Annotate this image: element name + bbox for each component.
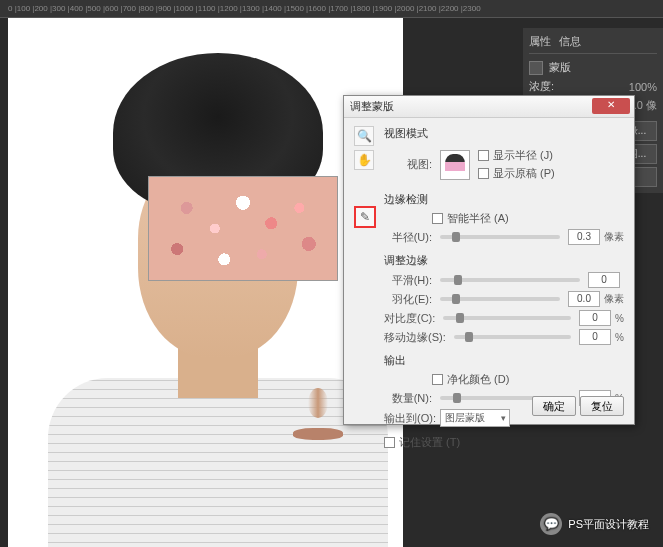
brush-tool-icon[interactable]: ✎: [354, 206, 376, 228]
shift-slider[interactable]: [454, 335, 571, 339]
remember-checkbox[interactable]: [384, 437, 395, 448]
view-mode-label: 视图模式: [384, 126, 624, 141]
smooth-input[interactable]: 0: [588, 272, 620, 288]
watermark-text: PS平面设计教程: [568, 517, 649, 532]
density-label: 浓度:: [529, 79, 554, 94]
dialog-title: 调整蒙版: [350, 99, 394, 114]
ruler-ticks: 0 |100 |200 |300 |400 |500 |600 |700 |80…: [0, 4, 489, 13]
show-radius-checkbox[interactable]: [478, 150, 489, 161]
shift-unit: %: [615, 332, 624, 343]
contrast-input[interactable]: 0: [579, 310, 611, 326]
smooth-slider[interactable]: [440, 278, 580, 282]
contrast-slider[interactable]: [443, 316, 571, 320]
ok-button[interactable]: 确定: [532, 396, 576, 416]
contrast-unit: %: [615, 313, 624, 324]
mosaic-censor: [148, 176, 338, 281]
smart-radius-checkbox[interactable]: [432, 213, 443, 224]
adjust-edge-label: 调整边缘: [384, 253, 624, 268]
workspace: 0 |100 |200 |300 |400 |500 |600 |700 |80…: [0, 0, 663, 547]
watermark: 💬 PS平面设计教程: [540, 513, 649, 535]
close-icon[interactable]: ✕: [592, 98, 630, 114]
refine-mask-dialog: 调整蒙版 ✕ 🔍 ✋ ✎ 视图模式 视图: 显示半径 (J) 显示: [343, 95, 635, 425]
decontaminate-checkbox[interactable]: [432, 374, 443, 385]
smart-radius-label: 智能半径 (A): [447, 211, 509, 226]
feather-label: 羽化(E):: [384, 292, 432, 307]
remember-label: 记住设置 (T): [399, 435, 460, 450]
mask-label: 蒙版: [549, 60, 571, 75]
radius-input[interactable]: 0.3: [568, 229, 600, 245]
shirt: [48, 378, 388, 547]
view-label: 视图:: [384, 157, 432, 172]
feather-input[interactable]: 0.0: [568, 291, 600, 307]
dialog-tools: 🔍 ✋ ✎: [354, 126, 376, 453]
amount-label: 数量(N):: [384, 391, 432, 406]
tab-properties[interactable]: 属性: [529, 34, 551, 49]
radius-label: 半径(U):: [384, 230, 432, 245]
tab-info[interactable]: 信息: [559, 34, 581, 49]
smooth-label: 平滑(H):: [384, 273, 432, 288]
nose: [308, 388, 328, 418]
output-to-label: 输出到(O):: [384, 411, 436, 426]
feather-slider[interactable]: [440, 297, 560, 301]
output-label: 输出: [384, 353, 624, 368]
hand-tool-icon[interactable]: ✋: [354, 150, 374, 170]
shift-input[interactable]: 0: [579, 329, 611, 345]
reset-button[interactable]: 复位: [580, 396, 624, 416]
output-to-select[interactable]: 图层蒙版: [440, 409, 510, 427]
edge-detect-label: 边缘检测: [384, 192, 624, 207]
mouth: [293, 428, 343, 440]
radius-slider[interactable]: [440, 235, 560, 239]
decontaminate-label: 净化颜色 (D): [447, 372, 509, 387]
density-value: 100%: [629, 81, 657, 93]
feather-unit: 像素: [604, 292, 624, 306]
show-original-checkbox[interactable]: [478, 168, 489, 179]
ruler-top: 0 |100 |200 |300 |400 |500 |600 |700 |80…: [0, 0, 663, 18]
radius-unit: 像素: [604, 230, 624, 244]
portrait-image: [38, 48, 378, 538]
mask-icon: [529, 61, 543, 75]
wechat-icon: 💬: [540, 513, 562, 535]
dialog-titlebar[interactable]: 调整蒙版 ✕: [344, 96, 634, 118]
shift-label: 移动边缘(S):: [384, 330, 446, 345]
view-thumbnail[interactable]: [440, 150, 470, 180]
show-radius-label: 显示半径 (J): [493, 148, 553, 163]
contrast-label: 对比度(C):: [384, 311, 435, 326]
zoom-tool-icon[interactable]: 🔍: [354, 126, 374, 146]
show-original-label: 显示原稿 (P): [493, 166, 555, 181]
